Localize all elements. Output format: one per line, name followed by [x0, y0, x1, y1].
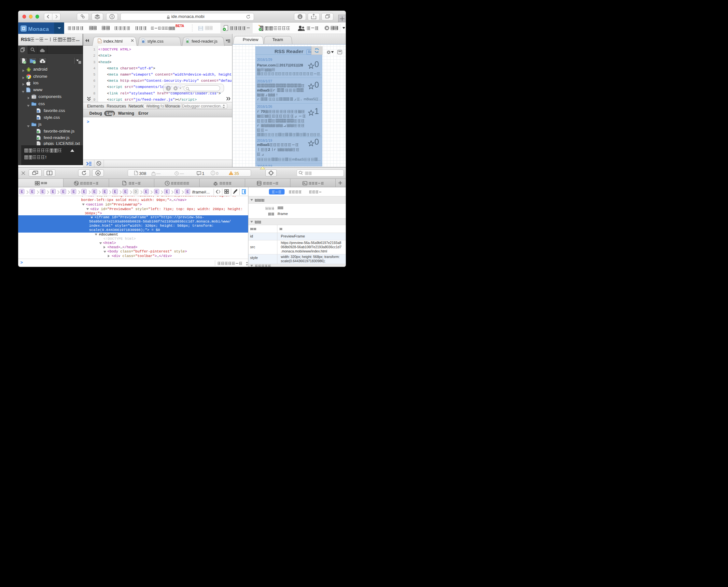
svg-text:JS: JS	[33, 96, 35, 98]
svg-text:J: J	[187, 40, 188, 42]
svg-text:?: ?	[168, 86, 170, 90]
svg-text:J: J	[38, 131, 39, 133]
svg-text:<>: <>	[98, 40, 101, 42]
svg-text:J: J	[38, 138, 39, 139]
